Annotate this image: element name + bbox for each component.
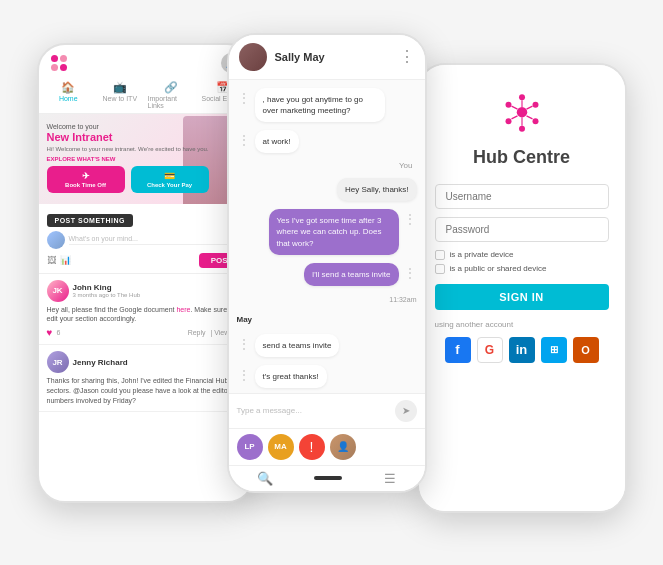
svg-point-1 [519,94,525,100]
msg-dot-4: ⋮ [403,211,417,227]
feed-name-1: John King [73,283,229,292]
book-time-off-btn[interactable]: ✈ Book Time Off [47,166,125,193]
chat-bottom-avatars: LP MA ! 👤 [229,428,425,465]
phone-left: 👤 🏠 Home 📺 New to ITV 🔗 Important Links … [37,43,255,503]
svg-line-8 [526,106,532,109]
home-icon: 🏠 [61,81,75,94]
msg-bubble-7: t's great thanks! [255,365,327,388]
nav-tab-important-links[interactable]: 🔗 Important Links [146,77,198,113]
check-pay-btn[interactable]: 💳 Check Your Pay [131,166,209,193]
book-btn-label: Book Time Off [65,182,106,188]
hero-description: Hi! Welcome to your new intranet. We're … [47,146,209,154]
msg-3: Hey Sally, thanks! [237,178,417,201]
private-device-checkbox[interactable] [435,250,445,260]
username-input[interactable] [435,184,609,209]
avatar-ma[interactable]: MA [268,434,294,460]
airplane-icon: ✈ [82,171,90,181]
chat-contact-name: Sally May [275,51,399,63]
password-input[interactable] [435,217,609,242]
sign-in-btn[interactable]: SIGN IN [435,284,609,310]
feed-user-info-1: John King 3 months ago to The Hub [73,283,229,298]
social-icons-row: f G in ⊞ O [445,337,599,363]
hero-buttons: ✈ Book Time Off 💳 Check Your Pay [47,166,209,193]
feed-initials-2: JR [52,358,62,367]
msg-1: ⋮ , have you got anytime to go over mark… [237,88,417,122]
msg-bubble-4: Yes I've got some time after 3 where we … [269,209,399,255]
chat-input-row: Type a message... ➤ [229,393,425,428]
msg-4: ⋮ Yes I've got some time after 3 where w… [237,209,417,255]
feed-avatar-2: JR [47,351,69,373]
chat-more-icon[interactable]: ⋮ [399,47,415,66]
chat-messages: ⋮ , have you got anytime to go over mark… [229,80,425,393]
menu-nav-icon[interactable]: ☰ [384,471,396,486]
msg-dot-7: ⋮ [237,367,251,383]
pay-btn-label: Check Your Pay [147,182,192,188]
explore-link[interactable]: EXPLORE WHAT'S NEW [47,156,209,162]
msg-bubble-6: send a teams invite [255,334,340,357]
post-section: POST SOMETHING What's on your mind... 🖼 … [39,204,253,274]
microsoft-icon[interactable]: ⊞ [541,337,567,363]
linkedin-icon[interactable]: in [509,337,535,363]
phone-middle: Sally May ⋮ ⋮ , have you got anytime to … [227,33,427,493]
avatar-alert[interactable]: ! [299,434,325,460]
send-btn[interactable]: ➤ [395,400,417,422]
avatar-person[interactable]: 👤 [330,434,356,460]
search-nav-icon[interactable]: 🔍 [257,471,273,486]
msg-dot-1: ⋮ [237,90,251,106]
nav-tab-home-label: Home [59,95,78,102]
avatar-lp[interactable]: LP [237,434,263,460]
nav-tab-new-to-itv[interactable]: 📺 New to ITV [94,77,146,113]
nav-tabs: 🏠 Home 📺 New to ITV 🔗 Important Links 📅 … [39,77,253,114]
feed-name-2: Jenny Richard [73,358,229,367]
home-nav-bar[interactable] [314,476,342,480]
chat-contact-avatar [239,43,267,71]
feed-avatar-1: JK [47,280,69,302]
feed-user-info-2: Jenny Richard [73,358,229,367]
nav-tab-links-label: Important Links [148,95,196,109]
hero-text: Welcome to your New Intranet Hi! Welcome… [47,122,209,194]
hub-title: Hub Centre [473,147,570,168]
chat-input[interactable]: Type a message... [237,406,389,415]
msg-7: ⋮ t's great thanks! [237,365,417,388]
svg-point-3 [532,118,538,124]
svg-point-2 [532,101,538,107]
post-input-row: What's on your mind... [47,231,245,249]
feed-text-1: Hey all, please find the Google document… [47,305,245,325]
svg-point-6 [505,101,511,107]
feed-text-2: Thanks for sharing this, John! I've edit… [47,376,245,405]
image-icon[interactable]: 🖼 [47,255,56,265]
hub-logo [492,89,552,143]
heart-icon-1: ♥ [47,327,53,338]
reply-link-1[interactable]: Reply [188,329,206,336]
left-top-bar: 👤 [39,45,253,77]
msg-time-1: 11:32am [237,296,417,303]
msg-6: ⋮ send a teams invite [237,334,417,357]
svg-point-5 [505,118,511,124]
svg-line-12 [511,106,517,109]
feed-initials-1: JK [52,286,62,295]
msg-5: ⋮ I'll send a teams invite [237,263,417,286]
brand-logo [51,55,67,71]
msg-dot-2: ⋮ [237,132,251,148]
shared-device-checkbox[interactable] [435,264,445,274]
feed-item-2: JR Jenny Richard ⋮ Thanks for sharing th… [39,345,253,412]
phone-right: Hub Centre is a private device is a publ… [417,63,627,513]
chat-bottom-nav: 🔍 ☰ [229,465,425,491]
private-device-row: is a private device [435,250,609,260]
reaction-count-1: 6 [56,329,60,336]
svg-line-11 [511,115,517,118]
google-icon[interactable]: G [477,337,503,363]
feed-item-1: JK John King 3 months ago to The Hub ⋮ H… [39,274,253,346]
svg-line-9 [526,115,532,118]
card-icon: 💳 [164,171,175,181]
nav-tab-home[interactable]: 🏠 Home [43,77,95,113]
feed-link-1[interactable]: here [176,306,190,313]
office365-icon[interactable]: O [573,337,599,363]
using-another-text: using another account [435,320,609,329]
facebook-icon[interactable]: f [445,337,471,363]
post-input[interactable]: What's on your mind... [69,235,245,245]
chat-header: Sally May ⋮ [229,35,425,80]
shared-device-label: is a public or shared device [450,264,547,273]
you-label: You [237,161,413,170]
chart-icon[interactable]: 📊 [60,255,71,265]
